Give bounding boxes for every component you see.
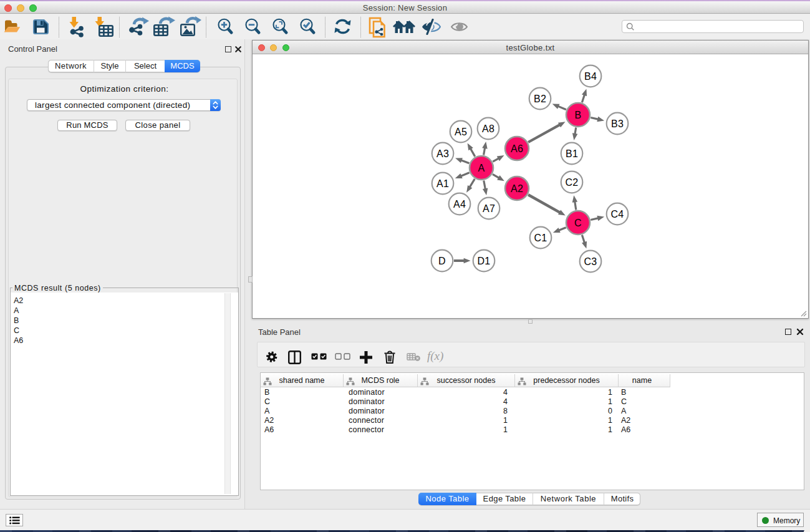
svg-text:D: D: [438, 256, 446, 266]
svg-text:A: A: [478, 163, 485, 173]
svg-text:D1: D1: [477, 256, 490, 266]
svg-text:A4: A4: [453, 199, 466, 210]
svg-text:C4: C4: [610, 209, 624, 220]
svg-text:A2: A2: [511, 183, 523, 194]
svg-text:A8: A8: [482, 123, 494, 134]
svg-text:C2: C2: [565, 177, 578, 188]
svg-text:B4: B4: [584, 71, 597, 82]
svg-text:A5: A5: [455, 127, 467, 137]
svg-text:B: B: [575, 110, 582, 120]
svg-text:C1: C1: [534, 233, 547, 243]
svg-text:C3: C3: [584, 256, 597, 267]
svg-text:B3: B3: [611, 118, 624, 129]
svg-text:A1: A1: [436, 178, 449, 189]
svg-text:A6: A6: [511, 143, 523, 154]
svg-text:B2: B2: [534, 94, 546, 104]
svg-text:C: C: [574, 218, 582, 228]
svg-text:A3: A3: [436, 148, 449, 159]
svg-text:B1: B1: [566, 148, 578, 159]
svg-text:A7: A7: [483, 203, 495, 214]
